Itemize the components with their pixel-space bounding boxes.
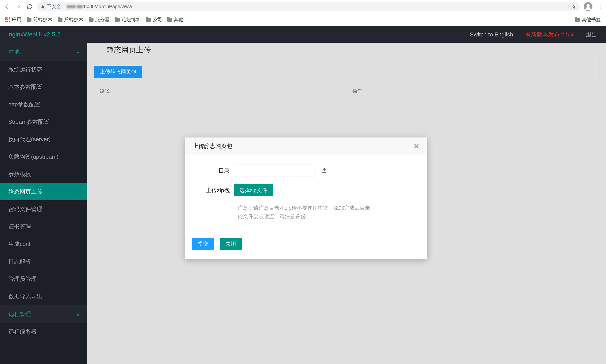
reload-button[interactable]: [25, 2, 34, 11]
upload-icon[interactable]: [320, 167, 328, 174]
folder-icon: [89, 18, 94, 22]
logout-link[interactable]: 退出: [586, 31, 597, 39]
browser-menu-icon[interactable]: ⋮: [596, 3, 603, 10]
app-header: nginxWebUI v2.5.2 Switch to English 有新版本…: [0, 26, 606, 43]
url-path: :8080/adminPage/www: [83, 4, 132, 9]
folder-icon: [58, 18, 62, 22]
folder-icon: [146, 18, 151, 22]
folder-icon: [115, 18, 120, 22]
dir-label: 目录: [192, 167, 234, 175]
profile-avatar-icon[interactable]: [584, 2, 592, 11]
close-icon[interactable]: ✕: [413, 142, 419, 150]
apps-shortcut[interactable]: 应用: [5, 16, 21, 23]
dir-input[interactable]: [234, 165, 316, 177]
folder-icon: [575, 18, 580, 22]
url-host-obscured: ■■■ ■■: [67, 4, 83, 9]
other-bookmarks[interactable]: 其他书签: [575, 16, 601, 23]
address-bar[interactable]: 不安全 | ■■■ ■■ :8080/adminPage/www: [37, 2, 580, 11]
bookmark-folder[interactable]: 公司: [146, 16, 162, 23]
modal-header: 上传静态网页包 ✕: [185, 138, 427, 155]
bookmark-folder[interactable]: 论坛博客: [115, 16, 141, 23]
bookmark-folder[interactable]: 前端技术: [27, 16, 53, 23]
forward-button[interactable]: [14, 2, 23, 11]
bookmarks-bar: 应用 前端技术 后端技术 服务器 论坛博客 公司 其他 其他书签: [0, 13, 606, 26]
insecure-label: 不安全: [47, 3, 61, 10]
bookmark-folder[interactable]: 服务器: [89, 16, 110, 23]
choose-zip-button[interactable]: 选择zip文件: [234, 184, 273, 196]
bookmark-folder[interactable]: 其他: [167, 16, 183, 23]
upload-modal: 上传静态网页包 ✕ 目录 上传zip包 选择zip文件 注意：请注意目录和zip…: [185, 138, 427, 259]
modal-title: 上传静态网页包: [193, 142, 233, 150]
insecure-icon: 不安全: [41, 3, 61, 10]
switch-language-link[interactable]: Switch to English: [470, 31, 513, 38]
modal-note: 注意：请注意目录和zip请不要使用中文，添加完成后目录内文件会被覆盖，请注意备份: [238, 204, 373, 221]
close-button[interactable]: 关闭: [220, 238, 242, 250]
apps-grid-icon: [5, 17, 10, 22]
bookmark-star-icon[interactable]: [571, 4, 576, 9]
zip-label: 上传zip包: [192, 187, 234, 194]
brand-title: nginxWebUI v2.5.2: [9, 31, 60, 38]
back-button[interactable]: [3, 2, 11, 11]
submit-button[interactable]: 提交: [192, 238, 214, 250]
bookmark-folder[interactable]: 后端技术: [58, 16, 83, 23]
browser-toolbar: 不安全 | ■■■ ■■ :8080/adminPage/www ⋮: [0, 0, 606, 13]
new-version-link[interactable]: 有新版本发布 2.5.4: [525, 31, 574, 39]
folder-icon: [167, 18, 172, 22]
apps-label: 应用: [12, 16, 21, 23]
folder-icon: [27, 18, 31, 22]
